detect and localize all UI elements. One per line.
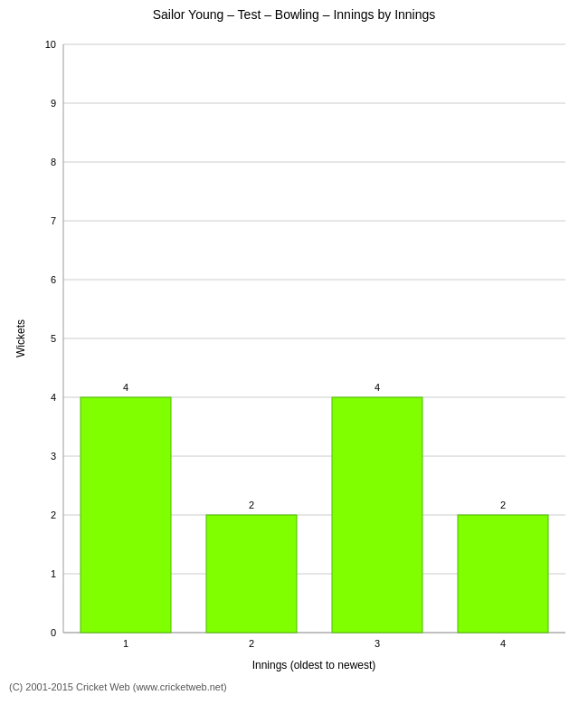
y-label-3: 3 — [51, 451, 56, 462]
y-label-4: 4 — [51, 392, 56, 403]
footer-text: (C) 2001-2015 Cricket Web (www.cricketwe… — [0, 678, 588, 696]
y-label-7: 7 — [51, 215, 56, 226]
y-label-6: 6 — [51, 274, 56, 285]
chart-container: Sailor Young – Test – Bowling – Innings … — [0, 0, 588, 724]
x-label-1: 1 — [123, 638, 128, 649]
bar-3-label: 4 — [375, 382, 380, 393]
y-label-0: 0 — [51, 627, 56, 638]
bar-2 — [206, 515, 297, 633]
y-label-5: 5 — [51, 333, 56, 344]
bar-4-label: 2 — [500, 500, 506, 510]
x-label-2: 2 — [249, 638, 254, 649]
y-label-2: 2 — [51, 510, 56, 520]
x-label-4: 4 — [500, 638, 506, 649]
y-label-10: 10 — [45, 39, 56, 50]
y-label-8: 8 — [51, 157, 56, 167]
y-label-9: 9 — [51, 98, 56, 109]
chart-title: Sailor Young – Test – Bowling – Innings … — [153, 7, 436, 22]
bar-2-label: 2 — [249, 500, 254, 510]
bar-1 — [81, 397, 171, 633]
y-axis-label: Wickets — [14, 319, 27, 357]
x-label-3: 3 — [375, 638, 380, 649]
x-axis-label: Innings (oldest to newest) — [252, 659, 376, 672]
bar-4 — [458, 515, 548, 633]
chart-svg: 0 1 2 3 4 5 6 7 8 9 10 Wickets 4 2 — [14, 26, 574, 678]
bar-3 — [332, 397, 422, 633]
y-label-1: 1 — [51, 568, 56, 579]
bar-1-label: 4 — [123, 382, 128, 393]
